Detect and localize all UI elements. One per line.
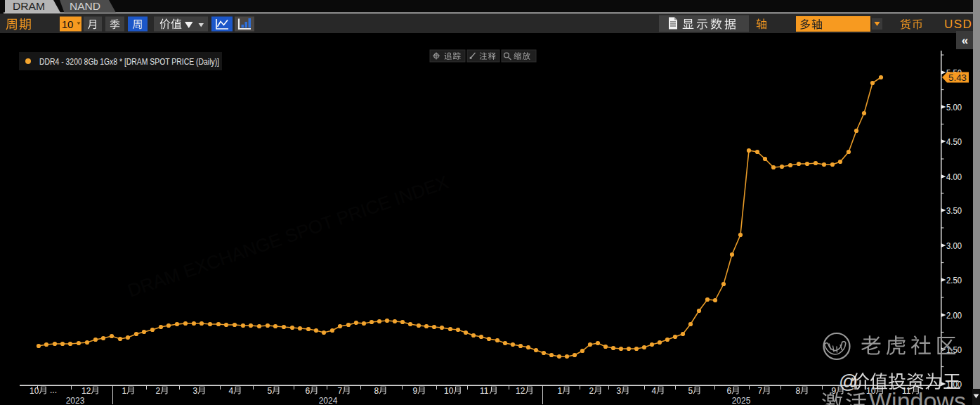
svg-text:DDR4 - 3200 8Gb 1Gx8 * [DRAM S: DDR4 - 3200 8Gb 1Gx8 * [DRAM SPOT PRICE … — [39, 56, 219, 67]
svg-text:10: 10 — [30, 386, 39, 396]
svg-text:6: 6 — [305, 386, 310, 396]
svg-text:12: 12 — [81, 386, 91, 396]
svg-text:11: 11 — [480, 386, 489, 396]
svg-text:3: 3 — [192, 386, 197, 396]
svg-text:10: 10 — [62, 18, 74, 30]
svg-text:NAND: NAND — [70, 1, 100, 12]
svg-text:2.00: 2.00 — [946, 311, 962, 321]
svg-text:10: 10 — [444, 386, 454, 396]
svg-text:4.00: 4.00 — [946, 172, 962, 182]
svg-text:4: 4 — [228, 386, 233, 396]
svg-text:2023: 2023 — [66, 396, 85, 405]
svg-text:2: 2 — [589, 386, 594, 396]
svg-text:5: 5 — [267, 386, 272, 396]
svg-text:2.50: 2.50 — [946, 276, 962, 285]
svg-text:5.00: 5.00 — [946, 103, 962, 112]
svg-text:...: ... — [50, 385, 57, 395]
svg-text:8: 8 — [374, 386, 379, 396]
svg-text:7: 7 — [337, 386, 342, 396]
svg-text:2024: 2024 — [319, 396, 338, 405]
svg-text:2: 2 — [155, 386, 160, 396]
svg-text:5: 5 — [688, 386, 693, 396]
svg-text:3.00: 3.00 — [946, 241, 962, 251]
svg-text:1: 1 — [122, 386, 126, 396]
svg-text:4: 4 — [651, 386, 656, 396]
svg-text:«: « — [962, 34, 968, 47]
svg-text:9: 9 — [831, 386, 836, 396]
svg-text:Windows: Windows — [869, 387, 966, 405]
svg-text:6: 6 — [726, 386, 731, 396]
svg-text:USD: USD — [944, 18, 972, 31]
svg-text:4.50: 4.50 — [946, 137, 962, 147]
svg-text:DRAM: DRAM — [13, 1, 45, 12]
svg-text:3: 3 — [616, 386, 621, 396]
svg-text:7: 7 — [757, 386, 762, 396]
svg-text:5.43: 5.43 — [948, 73, 967, 83]
svg-text:1: 1 — [557, 386, 562, 396]
svg-text:8: 8 — [795, 386, 800, 396]
svg-text:2025: 2025 — [732, 396, 751, 405]
svg-text:12: 12 — [516, 386, 525, 396]
svg-text:9: 9 — [412, 386, 417, 396]
svg-text:3.50: 3.50 — [946, 206, 962, 216]
